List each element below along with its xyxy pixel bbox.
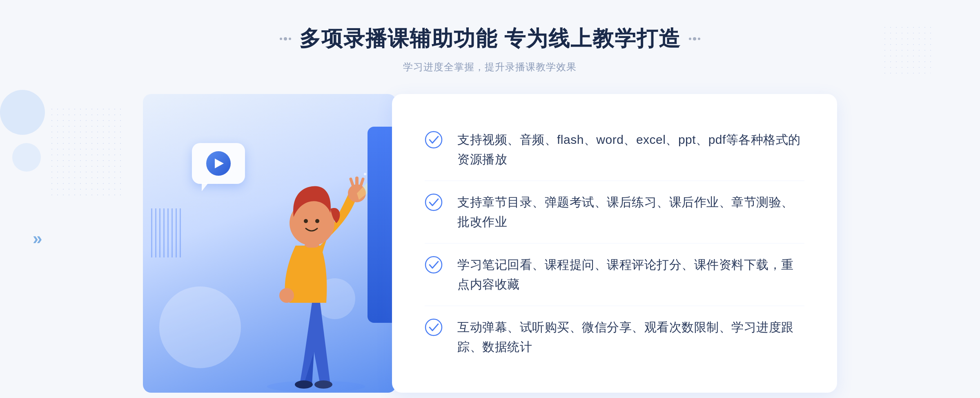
svg-line-6	[351, 179, 353, 185]
feature-item-1: 支持视频、音频、flash、word、excel、ppt、pdf等各种格式的资源…	[425, 119, 804, 181]
main-content: 支持视频、音频、flash、word、excel、ppt、pdf等各种格式的资源…	[143, 94, 837, 393]
main-title: 多项录播课辅助功能 专为线上教学打造	[299, 25, 681, 53]
svg-line-5	[361, 179, 363, 185]
header-title-row: 多项录播课辅助功能 专为线上教学打造	[280, 25, 700, 53]
subtitle: 学习进度全掌握，提升录播课教学效果	[280, 60, 700, 74]
feature-text-4: 互动弹幕、试听购买、微信分享、观看次数限制、学习进度跟踪、数据统计	[457, 318, 804, 357]
svg-point-14	[364, 173, 366, 175]
svg-point-2	[314, 380, 332, 389]
svg-point-7	[279, 288, 294, 303]
header-section: 多项录播课辅助功能 专为线上教学打造 学习进度全掌握，提升录播课教学效果	[280, 25, 700, 74]
svg-point-1	[295, 380, 313, 389]
stripe-decoration	[151, 208, 184, 257]
play-bubble	[192, 143, 245, 184]
feature-item-2: 支持章节目录、弹题考试、课后练习、课后作业、章节测验、批改作业	[425, 181, 804, 244]
svg-point-15	[425, 132, 442, 148]
title-decorator-right	[689, 37, 700, 40]
check-circle-icon-4	[425, 318, 443, 336]
feature-text-1: 支持视频、音频、flash、word、excel、ppt、pdf等各种格式的资源…	[457, 130, 804, 169]
features-card: 支持视频、音频、flash、word、excel、ppt、pdf等各种格式的资源…	[392, 94, 837, 393]
left-circle-bottom	[12, 143, 41, 172]
chevron-left-icon: »	[33, 229, 42, 248]
dots-decoration-left	[49, 106, 122, 196]
svg-point-10	[304, 219, 308, 223]
feature-text-3: 学习笔记回看、课程提问、课程评论打分、课件资料下载，重点内容收藏	[457, 255, 804, 294]
check-circle-icon-2	[425, 193, 443, 211]
check-circle-icon-1	[425, 131, 443, 149]
svg-point-18	[425, 319, 442, 335]
illustration-card	[143, 94, 396, 393]
play-button-icon	[206, 151, 231, 176]
check-circle-icon-3	[425, 256, 443, 274]
deco-circle-large	[159, 286, 241, 368]
dots-decoration-right	[882, 25, 931, 74]
svg-point-16	[425, 194, 442, 210]
feature-item-4: 互动弹幕、试听购买、微信分享、观看次数限制、学习进度跟踪、数据统计	[425, 306, 804, 368]
features-list: 支持视频、音频、flash、word、excel、ppt、pdf等各种格式的资源…	[425, 119, 804, 368]
page-wrapper: » 多项录播课辅助功能 专为线上教学打造 学习进度全掌握，提升录播课教学效果	[0, 0, 980, 398]
feature-item-3: 学习笔记回看、课程提问、课程评论打分、课件资料下载，重点内容收藏	[425, 244, 804, 306]
left-circle-top	[0, 90, 45, 135]
feature-text-2: 支持章节目录、弹题考试、课后练习、课后作业、章节测验、批改作业	[457, 192, 804, 232]
svg-point-11	[315, 219, 319, 223]
svg-point-17	[425, 257, 442, 273]
title-decorator-left	[280, 37, 291, 40]
